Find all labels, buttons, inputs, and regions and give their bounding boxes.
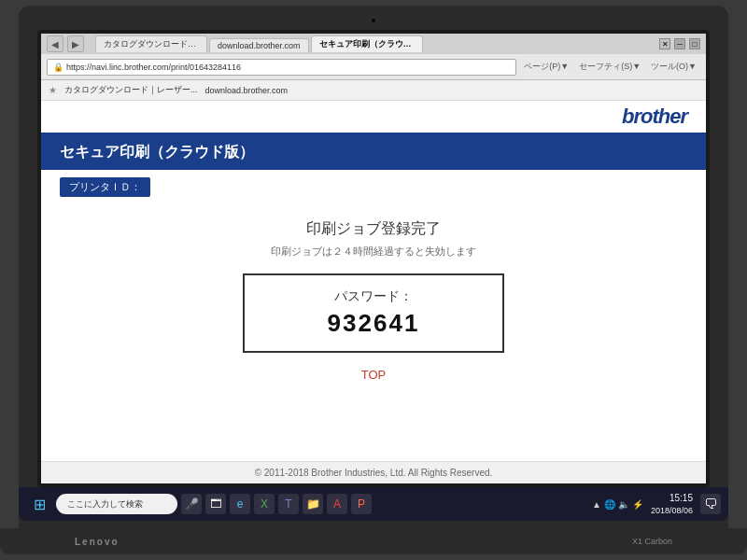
clock-date: 2018/08/06	[651, 505, 693, 517]
tools-menu-button[interactable]: ツール(O)▼	[647, 59, 700, 75]
windows-logo-icon: ⊞	[34, 496, 46, 513]
taskbar-teams-icon[interactable]: T	[278, 494, 299, 514]
start-button[interactable]: ⊞	[26, 491, 52, 517]
page-title: セキュア印刷（クラウド版）	[60, 143, 254, 162]
model-label: X1 Carbon	[632, 537, 672, 546]
main-content-area: 印刷ジョブ登録完了 印刷ジョブは２４時間経過すると失効します パスワード： 93…	[41, 204, 706, 461]
taskbar-powerpoint-icon[interactable]: P	[351, 494, 372, 514]
taskbar-excel-icon[interactable]: X	[254, 494, 275, 514]
taskbar-mic-icon[interactable]: 🎤	[181, 494, 202, 514]
taskbar-virtual-desktop-icon[interactable]: 🗔	[205, 494, 226, 514]
tab-catalog[interactable]: カタログダウンロード｜レーザー...	[95, 35, 207, 52]
window-minimize-button[interactable]: ─	[674, 38, 685, 49]
laptop-shell: ◀ ▶ カタログダウンロード｜レーザー... download.brother.…	[19, 6, 728, 528]
favorites-bar: ★ カタログダウンロード｜レーザー... download.brother.co…	[41, 80, 706, 101]
notification-icon[interactable]: 🗨	[700, 494, 721, 514]
password-box: パスワード： 932641	[243, 273, 504, 353]
lenovo-brand-label: Lenovo	[75, 537, 120, 547]
taskbar-ie-icon[interactable]: e	[230, 494, 250, 514]
taskbar-acrobat-icon[interactable]: A	[327, 494, 347, 514]
favorites-star[interactable]: ★	[49, 85, 57, 95]
taskbar-right: ▲ 🌐 🔈 ⚡ 15:15 2018/08/06 🗨	[592, 492, 721, 517]
page-footer: © 2011-2018 Brother Industries, Ltd. All…	[41, 461, 706, 483]
page-content: brother セキュア印刷（クラウド版） プリンタＩＤ： 印刷ジョブ登録完了 …	[41, 101, 706, 483]
taskbar-folder-icon[interactable]: 📁	[303, 494, 323, 514]
system-tray: ▲ 🌐 🔈 ⚡	[592, 499, 643, 510]
browser-toolbar: 🔒 https://navi.linc.brother.com/print/01…	[41, 54, 706, 80]
search-placeholder-text: ここに入力して検索	[67, 498, 143, 511]
window-close-button[interactable]: ✕	[659, 38, 670, 49]
webcam	[370, 17, 377, 24]
page-header: セキュア印刷（クラウド版）	[41, 134, 706, 170]
printer-id-row: プリンタＩＤ：	[41, 170, 706, 204]
tab-download[interactable]: download.brother.com	[209, 38, 309, 52]
ssl-lock-icon: 🔒	[53, 63, 63, 72]
screen-bezel: ◀ ▶ カタログダウンロード｜レーザー... download.brother.…	[37, 30, 710, 487]
search-bar[interactable]: ここに入力して検索	[56, 494, 177, 514]
brother-logo: brother	[622, 105, 687, 129]
password-label: パスワード：	[301, 288, 446, 305]
tab-secure-print[interactable]: セキュア印刷（クラウド版）	[311, 35, 423, 52]
battery-icon[interactable]: ⚡	[632, 499, 643, 510]
laptop-base: Lenovo X1 Carbon	[0, 528, 747, 554]
clock-time: 15:15	[651, 492, 693, 505]
top-link[interactable]: TOP	[361, 368, 387, 382]
browser-window: ◀ ▶ カタログダウンロード｜レーザー... download.brother.…	[41, 34, 706, 483]
volume-icon[interactable]: 🔈	[618, 499, 629, 510]
fav-catalog[interactable]: カタログダウンロード｜レーザー...	[64, 84, 198, 96]
address-bar[interactable]: 🔒 https://navi.linc.brother.com/print/01…	[47, 59, 516, 76]
system-clock[interactable]: 15:15 2018/08/06	[651, 492, 693, 517]
job-expire-text: 印刷ジョブは２４時間経過すると失効します	[271, 245, 476, 259]
url-text: https://navi.linc.brother.com/print/0164…	[66, 63, 241, 72]
toolbar-right: ページ(P)▼ セーフティ(S)▼ ツール(O)▼	[520, 59, 700, 75]
taskbar: ⊞ ここに入力して検索 🎤 🗔 e X T 📁 A P ▲ 🌐 🔈 ⚡ 15:1…	[19, 487, 728, 521]
printer-id-label: プリンタＩＤ：	[60, 177, 150, 197]
window-maximize-button[interactable]: □	[689, 38, 700, 49]
back-button[interactable]: ◀	[47, 35, 63, 52]
tab-bar: カタログダウンロード｜レーザー... download.brother.com …	[95, 35, 655, 52]
taskbar-icons: 🎤 🗔 e X T 📁 A P	[181, 494, 372, 514]
fav-download[interactable]: download.brother.com	[205, 86, 289, 95]
tray-arrow-icon[interactable]: ▲	[592, 499, 601, 510]
brother-logo-bar: brother	[41, 101, 706, 134]
browser-titlebar: ◀ ▶ カタログダウンロード｜レーザー... download.brother.…	[41, 34, 706, 54]
job-complete-title: 印刷ジョブ登録完了	[306, 219, 441, 239]
password-value: 932641	[301, 309, 446, 338]
forward-button[interactable]: ▶	[67, 35, 84, 52]
page-menu-button[interactable]: ページ(P)▼	[520, 59, 572, 75]
safety-menu-button[interactable]: セーフティ(S)▼	[575, 59, 644, 75]
network-icon[interactable]: 🌐	[604, 499, 615, 510]
